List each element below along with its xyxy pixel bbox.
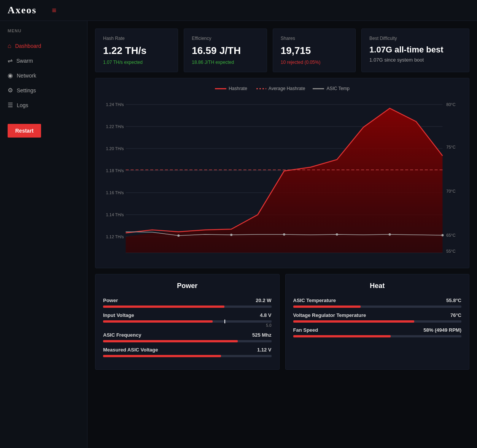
vreg-temp-bar-track [293, 320, 462, 323]
power-bar-track [103, 306, 272, 308]
power-metric-row: Power 20.2 W [103, 298, 272, 308]
shares-rejected: 10 rejected (0.05%) [281, 60, 348, 65]
menu-label: MENU [0, 28, 87, 39]
shares-label: Shares [281, 36, 348, 41]
sidebar-item-swarm[interactable]: ⇌ Swarm [0, 53, 87, 68]
svg-point-24 [283, 233, 285, 236]
menu-button[interactable]: ≡ [52, 6, 57, 15]
home-icon: ⌂ [8, 43, 11, 49]
asic-temp-name: ASIC Temperature [293, 298, 336, 303]
stats-row: Hash Rate 1.22 TH/s 1.07 TH/s expected E… [95, 28, 469, 72]
asic-freq-header: ASIC Frequency 525 Mhz [103, 332, 272, 338]
svg-text:75°C: 75°C [446, 145, 455, 149]
vreg-temp-bar-fill [293, 320, 415, 323]
asic-freq-bar-track [103, 340, 272, 342]
asic-temp-bar-fill [293, 306, 361, 308]
asic-voltage-header: Measured ASIC Voltage 1.12 V [103, 347, 272, 353]
svg-point-26 [389, 233, 391, 236]
best-difficulty-card: Best Difficulty 1.07G all-time best 1.07… [361, 28, 469, 72]
sidebar-item-label: Dashboard [15, 43, 41, 49]
vreg-temp-value: 76°C [450, 312, 461, 318]
fan-speed-bar-track [293, 335, 462, 337]
efficiency-value: 16.59 J/TH [192, 45, 259, 57]
hash-rate-card: Hash Rate 1.22 TH/s 1.07 TH/s expected [95, 28, 178, 72]
input-voltage-bar-fill [103, 320, 213, 323]
efficiency-card: Efficiency 16.59 J/TH 18.86 J/TH expecte… [184, 28, 267, 72]
input-voltage-value: 4.8 V [260, 312, 271, 318]
legend-avg-hashrate: Average Hashrate [255, 86, 305, 91]
input-voltage-bar-track [103, 320, 272, 323]
hash-rate-value: 1.22 TH/s [103, 45, 170, 57]
voltage-label: 5.0 [103, 323, 272, 328]
svg-text:70°C: 70°C [446, 189, 455, 193]
voltage-sub-value: 5.0 [266, 323, 272, 328]
legend-asic-temp-label: ASIC Temp [326, 86, 349, 91]
shares-value: 19,715 [281, 45, 348, 57]
sidebar-item-network[interactable]: ◉ Network [0, 68, 87, 83]
svg-text:1.22 TH/s: 1.22 TH/s [106, 124, 124, 129]
fan-speed-bar-fill [293, 335, 391, 337]
asic-temp-row: ASIC Temperature 55.8°C [293, 298, 462, 308]
legend-hashrate: Hashrate [215, 86, 247, 91]
content-area: Hash Rate 1.22 TH/s 1.07 TH/s expected E… [87, 21, 477, 448]
bottom-row: Power Power 20.2 W Input Voltage 4.8 V [95, 274, 469, 370]
svg-text:55°C: 55°C [446, 249, 455, 253]
chart-svg: 1.24 TH/s 1.22 TH/s 1.20 TH/s 1.18 TH/s … [103, 97, 461, 260]
svg-text:1.18 TH/s: 1.18 TH/s [106, 168, 124, 173]
hashrate-line-icon [215, 88, 226, 89]
efficiency-sub: 18.86 J/TH expected [192, 60, 259, 65]
sidebar-item-logs[interactable]: ☰ Logs [0, 98, 87, 112]
asic-voltage-bar-track [103, 355, 272, 357]
sidebar: MENU ⌂ Dashboard ⇌ Swarm ◉ Network ⚙ Set… [0, 21, 87, 448]
fan-speed-row: Fan Speed 58% (4949 RPM) [293, 327, 462, 337]
sidebar-item-dashboard[interactable]: ⌂ Dashboard [0, 39, 87, 53]
logs-icon: ☰ [8, 101, 13, 109]
header: Axeos ≡ [0, 0, 477, 21]
svg-text:1.20 TH/s: 1.20 TH/s [106, 146, 124, 151]
chart-legend: Hashrate Average Hashrate ASIC Temp [103, 86, 461, 91]
input-voltage-name: Input Voltage [103, 312, 134, 318]
input-voltage-row: Input Voltage 4.8 V 5.0 [103, 312, 272, 328]
power-title: Power [103, 282, 272, 290]
power-metric-name: Power [103, 298, 118, 303]
vreg-temp-name: Voltage Regulator Temperature [293, 312, 366, 318]
legend-avg-hashrate-label: Average Hashrate [269, 86, 305, 91]
chart-card: Hashrate Average Hashrate ASIC Temp [95, 78, 469, 268]
asic-freq-name: ASIC Frequency [103, 332, 141, 338]
svg-text:65°C: 65°C [446, 233, 455, 237]
asic-freq-bar-fill [103, 340, 238, 342]
fan-speed-name: Fan Speed [293, 327, 318, 333]
svg-point-22 [177, 234, 180, 237]
vreg-temp-row: Voltage Regulator Temperature 76°C [293, 312, 462, 323]
sidebar-item-settings[interactable]: ⚙ Settings [0, 83, 87, 98]
svg-point-27 [441, 234, 444, 236]
chart-container: 1.24 TH/s 1.22 TH/s 1.20 TH/s 1.18 TH/s … [103, 97, 461, 260]
sidebar-item-label: Network [17, 73, 36, 79]
svg-point-25 [336, 233, 338, 236]
asic-voltage-value: 1.12 V [257, 347, 272, 353]
asic-freq-value: 525 Mhz [252, 332, 272, 338]
fan-speed-value: 58% (4949 RPM) [423, 327, 461, 333]
efficiency-label: Efficiency [192, 36, 259, 41]
hash-rate-label: Hash Rate [103, 36, 170, 41]
restart-button[interactable]: Restart [8, 124, 41, 138]
main-layout: MENU ⌂ Dashboard ⇌ Swarm ◉ Network ⚙ Set… [0, 21, 477, 448]
avg-hashrate-line-icon [255, 88, 266, 89]
asic-voltage-name: Measured ASIC Voltage [103, 347, 158, 353]
fan-speed-header: Fan Speed 58% (4949 RPM) [293, 327, 462, 333]
asic-temp-header: ASIC Temperature 55.8°C [293, 298, 462, 303]
asic-voltage-bar-fill [103, 355, 221, 357]
svg-text:1.16 TH/s: 1.16 TH/s [106, 190, 124, 195]
legend-asic-temp: ASIC Temp [313, 86, 349, 91]
sidebar-item-label: Logs [17, 102, 28, 108]
power-metric-value: 20.2 W [256, 298, 271, 303]
heat-title: Heat [293, 282, 462, 290]
input-voltage-header: Input Voltage 4.8 V [103, 312, 272, 318]
svg-text:1.14 TH/s: 1.14 TH/s [106, 212, 124, 217]
sidebar-item-label: Swarm [16, 58, 33, 64]
heat-card: Heat ASIC Temperature 55.8°C Voltage Reg… [285, 274, 470, 370]
power-metric-header: Power 20.2 W [103, 298, 272, 303]
asic-freq-row: ASIC Frequency 525 Mhz [103, 332, 272, 342]
shares-card: Shares 19,715 10 rejected (0.05%) [273, 28, 356, 72]
asic-temp-line-icon [313, 88, 324, 89]
